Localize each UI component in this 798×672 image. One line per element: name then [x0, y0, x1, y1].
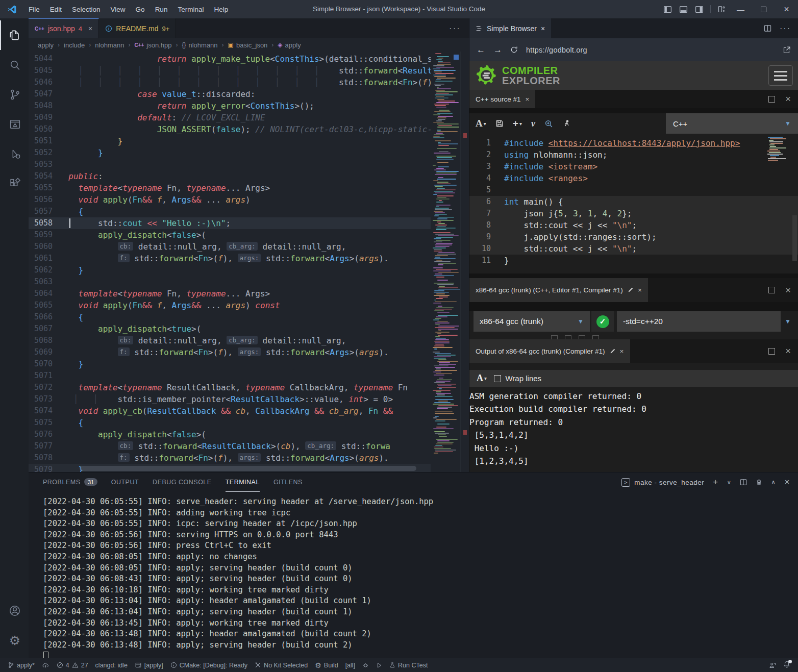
- font-size-icon[interactable]: A▾: [477, 373, 487, 384]
- tab-json.hpp[interactable]: C++json.hpp4×: [29, 18, 99, 38]
- code-editor[interactable]: 5044 return apply_make_tuple<ConstThis>(…: [29, 52, 469, 472]
- toggle-secondary-sidebar-icon[interactable]: [691, 0, 707, 18]
- menu-go[interactable]: Go: [131, 4, 150, 15]
- compiler-pane-title[interactable]: x86-64 gcc (trunk) (C++, Editor #1, Comp…: [469, 278, 648, 302]
- font-size-icon[interactable]: A▾: [476, 118, 486, 129]
- status-item-cmake-status[interactable]: CMake: [Debug]: Ready: [167, 658, 251, 672]
- kill-terminal-icon[interactable]: [756, 479, 762, 486]
- status-item-notifications[interactable]: [780, 661, 794, 669]
- close-tab-icon[interactable]: ×: [526, 95, 530, 103]
- maximize-pane-icon[interactable]: [768, 287, 775, 293]
- status-item-cmake-debug[interactable]: [359, 658, 372, 672]
- compiler-options-input[interactable]: -std=c++20: [617, 311, 781, 332]
- compiler-select[interactable]: x86-64 gcc (trunk) ▼: [473, 311, 590, 332]
- status-item-cmake-launch[interactable]: [372, 658, 386, 672]
- status-item-feedback[interactable]: [765, 662, 780, 669]
- status-item-cmake-build[interactable]: ⚙Build: [311, 658, 341, 672]
- edit-title-icon[interactable]: [628, 287, 633, 293]
- panel-tab-gitlens[interactable]: GITLENS: [273, 472, 303, 492]
- menu-terminal[interactable]: Terminal: [172, 4, 209, 15]
- menu-selection[interactable]: Selection: [67, 4, 106, 15]
- close-pane-icon[interactable]: ×: [785, 285, 791, 296]
- status-item-clangd-status[interactable]: clangd: idle: [92, 658, 131, 672]
- forward-icon[interactable]: →: [493, 45, 502, 55]
- panel-tab-debug-console[interactable]: DEBUG CONSOLE: [153, 472, 212, 492]
- terminal[interactable]: [2022-04-30 06:05:55] INFO: serve_header…: [29, 492, 798, 658]
- status-item-cmake-target[interactable]: [all]: [342, 658, 359, 672]
- horizontal-scrollbar[interactable]: [80, 466, 416, 471]
- minimize-button[interactable]: —: [729, 0, 752, 18]
- more-actions-icon[interactable]: ···: [780, 24, 791, 33]
- status-item-problems[interactable]: 427: [53, 658, 92, 672]
- tab-cpp-source[interactable]: C++ source #1 ×: [469, 90, 535, 108]
- hamburger-menu-icon[interactable]: [768, 65, 793, 86]
- terminal-dropdown-icon[interactable]: ∨: [727, 479, 732, 486]
- back-icon[interactable]: ←: [477, 45, 485, 55]
- wrap-lines-checkbox[interactable]: Wrap lines: [494, 374, 541, 383]
- toggle-panel-icon[interactable]: [676, 0, 691, 18]
- close-panel-icon[interactable]: ×: [785, 477, 790, 487]
- status-item-cmake-project[interactable]: [apply]: [131, 658, 167, 672]
- editor-more-actions-icon[interactable]: ···: [441, 23, 469, 34]
- source-scrollbar[interactable]: [792, 215, 797, 261]
- breadcrumb-item[interactable]: ▣basic_json: [228, 41, 268, 49]
- new-terminal-icon[interactable]: +: [713, 477, 718, 487]
- output-pane-title[interactable]: Output of x86-64 gcc (trunk) (Compiler #…: [469, 339, 630, 363]
- menu-help[interactable]: Help: [209, 4, 233, 15]
- panel-tab-output[interactable]: OUTPUT: [111, 472, 139, 492]
- breadcrumb-item[interactable]: apply: [38, 41, 54, 49]
- sidebar-item-account-icon[interactable]: [0, 596, 29, 626]
- add-pane-icon[interactable]: +▾: [513, 118, 522, 129]
- menu-view[interactable]: View: [106, 4, 131, 15]
- editor-scrollbar[interactable]: [460, 52, 469, 472]
- sidebar-item-run-debug-icon[interactable]: [0, 139, 29, 168]
- status-item-git-branch[interactable]: apply*: [4, 658, 38, 672]
- close-tab-icon[interactable]: ×: [88, 24, 92, 33]
- close-pane-icon[interactable]: ×: [638, 286, 642, 294]
- customize-layout-icon[interactable]: [714, 0, 729, 18]
- save-icon[interactable]: [495, 119, 504, 128]
- sidebar-item-extensions-icon[interactable]: [0, 168, 29, 198]
- close-tab-icon[interactable]: ×: [541, 24, 545, 33]
- status-item-cmake-kit[interactable]: No Kit Selected: [251, 658, 311, 672]
- menu-file[interactable]: File: [23, 4, 45, 15]
- panel-tab-problems[interactable]: PROBLEMS31: [43, 472, 97, 492]
- maximize-button[interactable]: [752, 0, 775, 18]
- maximize-panel-icon[interactable]: ∧: [771, 479, 776, 486]
- close-pane-icon[interactable]: ×: [620, 347, 624, 355]
- sidebar-item-search-icon[interactable]: [0, 50, 29, 80]
- sidebar-item-explorer-icon[interactable]: [0, 20, 29, 50]
- menu-run[interactable]: Run: [150, 4, 173, 15]
- zoom-icon[interactable]: [544, 119, 553, 128]
- breadcrumb-item[interactable]: ◈apply: [278, 41, 301, 49]
- breadcrumb-item[interactable]: C++json.hpp: [134, 41, 171, 49]
- sidebar-item-source-control-icon[interactable]: [0, 80, 29, 109]
- maximize-pane-icon[interactable]: [768, 96, 775, 103]
- edit-title-icon[interactable]: [610, 349, 615, 354]
- sidebar-item-test-panel-icon[interactable]: [0, 109, 29, 139]
- maximize-pane-icon[interactable]: [768, 348, 775, 355]
- split-terminal-icon[interactable]: [740, 479, 747, 486]
- share-run-icon[interactable]: [562, 119, 570, 128]
- open-external-icon[interactable]: [783, 46, 791, 54]
- language-select[interactable]: C++ ▼: [666, 113, 798, 134]
- terminal-select[interactable]: >make - serve_header: [621, 478, 704, 487]
- vim-mode-icon[interactable]: v: [531, 118, 535, 129]
- close-button[interactable]: ×: [775, 0, 798, 18]
- tab-README.md[interactable]: README.md9+: [99, 18, 176, 38]
- panel-tab-terminal[interactable]: TERMINAL: [226, 472, 260, 492]
- close-pane-icon[interactable]: ×: [785, 93, 791, 105]
- reload-icon[interactable]: [510, 46, 518, 54]
- breadcrumb-item[interactable]: {}nlohmann: [182, 41, 217, 49]
- breadcrumb-item[interactable]: include: [64, 41, 85, 49]
- sidebar-item-settings-gear-icon[interactable]: ⚙: [0, 626, 29, 655]
- breadcrumb[interactable]: apply›include›nlohmann›C++json.hpp›{}nlo…: [29, 38, 469, 52]
- status-item-publish[interactable]: [38, 658, 53, 672]
- split-editor-icon[interactable]: [764, 24, 771, 32]
- minimap[interactable]: [431, 52, 460, 472]
- tab-simple-browser[interactable]: Simple Browser ×: [469, 18, 551, 38]
- menu-edit[interactable]: Edit: [45, 4, 67, 15]
- chevron-down-icon[interactable]: ▼: [781, 318, 795, 325]
- close-pane-icon[interactable]: ×: [785, 345, 791, 357]
- source-code-editor[interactable]: 1#include <https://localhost:8443/apply/…: [469, 134, 798, 273]
